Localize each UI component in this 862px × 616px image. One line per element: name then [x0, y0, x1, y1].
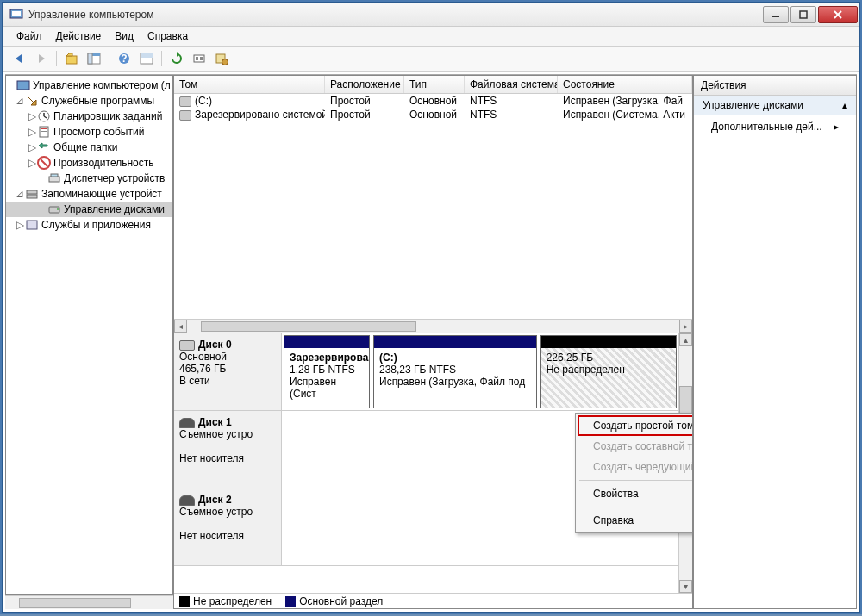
- help-button[interactable]: ?: [115, 49, 134, 68]
- partition-bar: [374, 336, 536, 348]
- settings-button[interactable]: [212, 49, 231, 68]
- legend-swatch-primary: [285, 596, 296, 607]
- disk-row-0[interactable]: Диск 0 Основной 465,76 ГБ В сети Зарезер…: [174, 333, 678, 411]
- rescan-button[interactable]: [190, 49, 209, 68]
- maximize-button[interactable]: [790, 6, 816, 23]
- tree-devmgr[interactable]: Диспетчер устройств: [6, 171, 172, 186]
- svg-rect-13: [141, 53, 153, 58]
- svg-rect-26: [51, 174, 58, 177]
- svg-rect-6: [66, 56, 77, 64]
- col-status[interactable]: Состояние: [558, 76, 692, 93]
- back-button[interactable]: [9, 49, 28, 68]
- partition-bar: [541, 336, 676, 348]
- col-volume[interactable]: Том: [174, 76, 325, 93]
- hdd-icon: [179, 340, 195, 351]
- svg-point-30: [57, 208, 59, 210]
- menu-help[interactable]: Справка: [578, 510, 693, 531]
- partition-c[interactable]: (C:)238,23 ГБ NTFSИсправен (Загрузка, Фа…: [373, 335, 537, 408]
- svg-rect-3: [800, 11, 807, 18]
- svg-rect-22: [41, 128, 47, 129]
- disk-header[interactable]: Диск 2 Съемное устро Нет носителя: [174, 488, 282, 565]
- actions-more[interactable]: Дополнительные дей...▸: [694, 115, 856, 138]
- tree-root[interactable]: Управление компьютером (л: [6, 78, 172, 93]
- svg-text:?: ?: [121, 53, 127, 65]
- menu-create-simple-volume[interactable]: Создать простой том...: [578, 415, 693, 436]
- tree-services[interactable]: ▷Службы и приложения: [6, 217, 172, 233]
- toolbar: ?: [3, 47, 859, 72]
- volume-headers[interactable]: Том Расположение Тип Файловая система Со…: [174, 76, 692, 94]
- col-layout[interactable]: Расположение: [325, 76, 404, 93]
- window-title: Управление компьютером: [28, 9, 763, 21]
- tree-storage[interactable]: ⊿Запоминающие устройст: [6, 186, 172, 202]
- svg-rect-1: [12, 11, 21, 16]
- up-button[interactable]: [62, 49, 81, 68]
- center-panel: Том Расположение Тип Файловая система Со…: [173, 75, 693, 609]
- volume-row[interactable]: Зарезервировано системой Простой Основно…: [174, 108, 692, 121]
- col-type[interactable]: Тип: [404, 76, 465, 93]
- menu-view[interactable]: Вид: [108, 28, 141, 44]
- titlebar[interactable]: Управление компьютером: [3, 3, 859, 27]
- disk-icon: [179, 96, 191, 107]
- chevron-right-icon: ▸: [834, 121, 839, 133]
- tree-scheduler[interactable]: ▷Планировщик заданий: [6, 109, 172, 124]
- actions-title: Действия: [694, 76, 856, 96]
- tree-shares[interactable]: ▷Общие папки: [6, 140, 172, 155]
- svg-rect-9: [88, 53, 92, 64]
- refresh-button[interactable]: [167, 49, 186, 68]
- disk-graphic-view[interactable]: Диск 0 Основной 465,76 ГБ В сети Зарезер…: [173, 333, 693, 609]
- svg-point-18: [222, 59, 228, 65]
- menu-properties[interactable]: Свойства: [578, 483, 693, 504]
- forward-button[interactable]: [32, 49, 51, 68]
- volume-rows: (C:) Простой Основной NTFS Исправен (Заг…: [174, 94, 692, 319]
- menu-action[interactable]: Действие: [49, 28, 109, 44]
- partition-unallocated[interactable]: 226,25 ГБНе распределен: [540, 335, 677, 408]
- tree-diskmgmt[interactable]: Управление дисками: [6, 202, 172, 217]
- volume-list[interactable]: Том Расположение Тип Файловая система Со…: [173, 75, 693, 333]
- menu-separator: [579, 480, 693, 481]
- tree-hscrollbar[interactable]: [5, 595, 173, 609]
- showhide-tree-button[interactable]: [84, 49, 103, 68]
- svg-rect-16: [200, 57, 203, 60]
- svg-rect-15: [196, 57, 198, 60]
- actions-pane: Действия Управление дисками▴ Дополнитель…: [693, 75, 857, 609]
- computer-management-window: Управление компьютером Файл Действие Вид…: [2, 2, 860, 613]
- legend-swatch-unalloc: [179, 596, 190, 607]
- menu-file[interactable]: Файл: [9, 28, 49, 44]
- volume-row[interactable]: (C:) Простой Основной NTFS Исправен (Заг…: [174, 94, 692, 108]
- partition-bar: [284, 336, 369, 348]
- menu-help[interactable]: Справка: [141, 28, 195, 44]
- removable-icon: [179, 495, 195, 506]
- svg-rect-31: [27, 221, 37, 229]
- nav-tree[interactable]: Управление компьютером (л ⊿Служебные про…: [5, 75, 173, 595]
- minimize-button[interactable]: [763, 6, 789, 23]
- collapse-icon[interactable]: ▴: [842, 99, 847, 111]
- tree-events[interactable]: ▷Просмотр событий: [6, 124, 172, 140]
- tree-perf[interactable]: ▷Производительность: [6, 155, 172, 171]
- disk-header[interactable]: Диск 0 Основной 465,76 ГБ В сети: [174, 333, 282, 410]
- view-top-button[interactable]: [137, 49, 156, 68]
- menu-create-spanned-volume: Создать составной том...: [578, 436, 693, 457]
- svg-rect-28: [27, 195, 37, 198]
- disk-header[interactable]: Диск 1 Съемное устро Нет носителя: [174, 411, 282, 488]
- volume-hscrollbar[interactable]: ◂▸: [174, 319, 692, 333]
- menu-create-striped-volume: Создать чередующийся том...: [578, 457, 693, 477]
- menubar: Файл Действие Вид Справка: [3, 27, 859, 47]
- legend: Не распределен Основной раздел: [174, 593, 692, 608]
- partition-reserved[interactable]: Зарезервирова1,28 ГБ NTFSИсправен (Сист: [284, 335, 370, 408]
- svg-rect-19: [17, 81, 29, 90]
- svg-rect-14: [194, 55, 204, 62]
- content-area: Управление компьютером (л ⊿Служебные про…: [5, 74, 857, 609]
- close-button[interactable]: [818, 6, 858, 23]
- tree-tools[interactable]: ⊿Служебные программы: [6, 93, 172, 109]
- removable-icon: [179, 418, 195, 428]
- context-menu[interactable]: Создать простой том... Создать составной…: [575, 413, 693, 533]
- svg-rect-25: [49, 177, 59, 182]
- app-icon: [9, 8, 23, 22]
- svg-rect-23: [41, 131, 47, 132]
- menu-separator: [579, 507, 693, 507]
- actions-group[interactable]: Управление дисками▴: [694, 96, 856, 115]
- disk-icon: [179, 110, 191, 121]
- svg-rect-27: [27, 190, 37, 194]
- col-fs[interactable]: Файловая система: [465, 76, 558, 93]
